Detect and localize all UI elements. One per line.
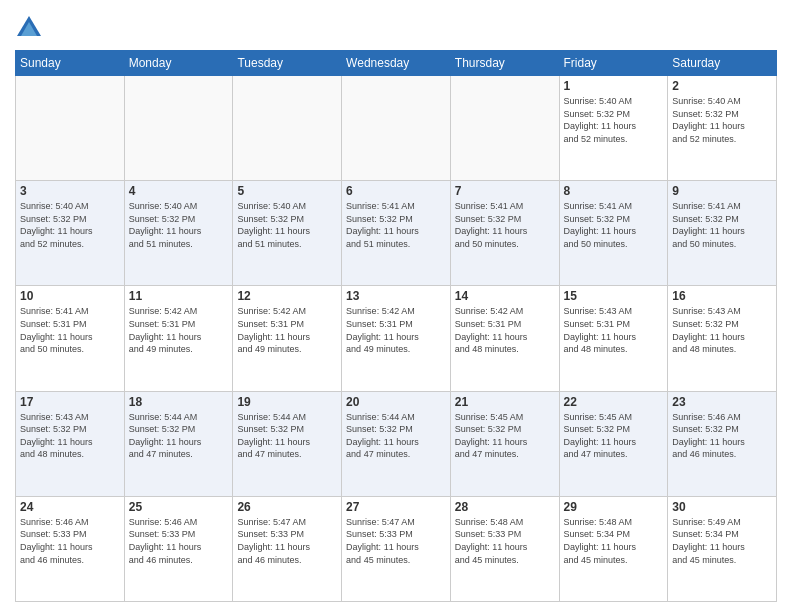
day-number: 30 [672, 500, 772, 514]
day-info: Sunrise: 5:41 AM Sunset: 5:32 PM Dayligh… [564, 200, 664, 250]
day-info: Sunrise: 5:48 AM Sunset: 5:34 PM Dayligh… [564, 516, 664, 566]
day-info: Sunrise: 5:45 AM Sunset: 5:32 PM Dayligh… [455, 411, 555, 461]
day-info: Sunrise: 5:41 AM Sunset: 5:32 PM Dayligh… [672, 200, 772, 250]
day-info: Sunrise: 5:41 AM Sunset: 5:32 PM Dayligh… [346, 200, 446, 250]
day-header-saturday: Saturday [668, 51, 777, 76]
calendar-week-3: 10Sunrise: 5:41 AM Sunset: 5:31 PM Dayli… [16, 286, 777, 391]
day-info: Sunrise: 5:48 AM Sunset: 5:33 PM Dayligh… [455, 516, 555, 566]
day-number: 16 [672, 289, 772, 303]
calendar-cell: 28Sunrise: 5:48 AM Sunset: 5:33 PM Dayli… [450, 496, 559, 601]
day-info: Sunrise: 5:40 AM Sunset: 5:32 PM Dayligh… [129, 200, 229, 250]
day-header-friday: Friday [559, 51, 668, 76]
day-number: 19 [237, 395, 337, 409]
calendar-cell: 2Sunrise: 5:40 AM Sunset: 5:32 PM Daylig… [668, 76, 777, 181]
day-info: Sunrise: 5:46 AM Sunset: 5:32 PM Dayligh… [672, 411, 772, 461]
day-info: Sunrise: 5:40 AM Sunset: 5:32 PM Dayligh… [672, 95, 772, 145]
day-number: 11 [129, 289, 229, 303]
day-info: Sunrise: 5:45 AM Sunset: 5:32 PM Dayligh… [564, 411, 664, 461]
day-number: 8 [564, 184, 664, 198]
day-number: 18 [129, 395, 229, 409]
calendar-cell: 26Sunrise: 5:47 AM Sunset: 5:33 PM Dayli… [233, 496, 342, 601]
page: SundayMondayTuesdayWednesdayThursdayFrid… [0, 0, 792, 612]
calendar-cell: 29Sunrise: 5:48 AM Sunset: 5:34 PM Dayli… [559, 496, 668, 601]
calendar-cell: 17Sunrise: 5:43 AM Sunset: 5:32 PM Dayli… [16, 391, 125, 496]
day-number: 20 [346, 395, 446, 409]
calendar-cell: 9Sunrise: 5:41 AM Sunset: 5:32 PM Daylig… [668, 181, 777, 286]
day-number: 5 [237, 184, 337, 198]
calendar-cell: 15Sunrise: 5:43 AM Sunset: 5:31 PM Dayli… [559, 286, 668, 391]
calendar-cell: 22Sunrise: 5:45 AM Sunset: 5:32 PM Dayli… [559, 391, 668, 496]
day-number: 1 [564, 79, 664, 93]
calendar-cell: 5Sunrise: 5:40 AM Sunset: 5:32 PM Daylig… [233, 181, 342, 286]
day-info: Sunrise: 5:43 AM Sunset: 5:31 PM Dayligh… [564, 305, 664, 355]
calendar-cell: 13Sunrise: 5:42 AM Sunset: 5:31 PM Dayli… [342, 286, 451, 391]
day-info: Sunrise: 5:47 AM Sunset: 5:33 PM Dayligh… [346, 516, 446, 566]
day-info: Sunrise: 5:44 AM Sunset: 5:32 PM Dayligh… [129, 411, 229, 461]
day-number: 25 [129, 500, 229, 514]
day-number: 29 [564, 500, 664, 514]
day-header-thursday: Thursday [450, 51, 559, 76]
calendar-cell: 18Sunrise: 5:44 AM Sunset: 5:32 PM Dayli… [124, 391, 233, 496]
day-header-monday: Monday [124, 51, 233, 76]
calendar-cell: 4Sunrise: 5:40 AM Sunset: 5:32 PM Daylig… [124, 181, 233, 286]
calendar-cell: 14Sunrise: 5:42 AM Sunset: 5:31 PM Dayli… [450, 286, 559, 391]
day-number: 23 [672, 395, 772, 409]
day-number: 22 [564, 395, 664, 409]
calendar-week-1: 1Sunrise: 5:40 AM Sunset: 5:32 PM Daylig… [16, 76, 777, 181]
day-info: Sunrise: 5:43 AM Sunset: 5:32 PM Dayligh… [20, 411, 120, 461]
day-number: 9 [672, 184, 772, 198]
calendar-cell [342, 76, 451, 181]
day-number: 3 [20, 184, 120, 198]
calendar-cell: 23Sunrise: 5:46 AM Sunset: 5:32 PM Dayli… [668, 391, 777, 496]
day-number: 28 [455, 500, 555, 514]
day-number: 13 [346, 289, 446, 303]
day-number: 26 [237, 500, 337, 514]
day-info: Sunrise: 5:44 AM Sunset: 5:32 PM Dayligh… [346, 411, 446, 461]
day-info: Sunrise: 5:40 AM Sunset: 5:32 PM Dayligh… [237, 200, 337, 250]
day-number: 4 [129, 184, 229, 198]
calendar-week-4: 17Sunrise: 5:43 AM Sunset: 5:32 PM Dayli… [16, 391, 777, 496]
calendar-cell: 30Sunrise: 5:49 AM Sunset: 5:34 PM Dayli… [668, 496, 777, 601]
day-info: Sunrise: 5:46 AM Sunset: 5:33 PM Dayligh… [129, 516, 229, 566]
day-info: Sunrise: 5:42 AM Sunset: 5:31 PM Dayligh… [346, 305, 446, 355]
calendar-cell: 3Sunrise: 5:40 AM Sunset: 5:32 PM Daylig… [16, 181, 125, 286]
day-info: Sunrise: 5:44 AM Sunset: 5:32 PM Dayligh… [237, 411, 337, 461]
day-number: 2 [672, 79, 772, 93]
calendar-cell: 19Sunrise: 5:44 AM Sunset: 5:32 PM Dayli… [233, 391, 342, 496]
calendar-cell: 7Sunrise: 5:41 AM Sunset: 5:32 PM Daylig… [450, 181, 559, 286]
day-info: Sunrise: 5:49 AM Sunset: 5:34 PM Dayligh… [672, 516, 772, 566]
logo-icon [15, 14, 43, 42]
day-info: Sunrise: 5:42 AM Sunset: 5:31 PM Dayligh… [455, 305, 555, 355]
day-number: 27 [346, 500, 446, 514]
calendar-cell: 27Sunrise: 5:47 AM Sunset: 5:33 PM Dayli… [342, 496, 451, 601]
day-info: Sunrise: 5:42 AM Sunset: 5:31 PM Dayligh… [129, 305, 229, 355]
calendar-week-2: 3Sunrise: 5:40 AM Sunset: 5:32 PM Daylig… [16, 181, 777, 286]
header [15, 10, 777, 42]
calendar-cell [450, 76, 559, 181]
day-number: 17 [20, 395, 120, 409]
day-info: Sunrise: 5:40 AM Sunset: 5:32 PM Dayligh… [20, 200, 120, 250]
calendar-cell: 10Sunrise: 5:41 AM Sunset: 5:31 PM Dayli… [16, 286, 125, 391]
calendar-cell: 21Sunrise: 5:45 AM Sunset: 5:32 PM Dayli… [450, 391, 559, 496]
calendar-cell: 25Sunrise: 5:46 AM Sunset: 5:33 PM Dayli… [124, 496, 233, 601]
day-number: 6 [346, 184, 446, 198]
calendar-cell: 20Sunrise: 5:44 AM Sunset: 5:32 PM Dayli… [342, 391, 451, 496]
calendar-cell [233, 76, 342, 181]
calendar-cell [124, 76, 233, 181]
day-number: 7 [455, 184, 555, 198]
day-number: 14 [455, 289, 555, 303]
day-info: Sunrise: 5:42 AM Sunset: 5:31 PM Dayligh… [237, 305, 337, 355]
day-header-tuesday: Tuesday [233, 51, 342, 76]
day-header-sunday: Sunday [16, 51, 125, 76]
day-number: 21 [455, 395, 555, 409]
day-info: Sunrise: 5:43 AM Sunset: 5:32 PM Dayligh… [672, 305, 772, 355]
day-header-wednesday: Wednesday [342, 51, 451, 76]
calendar-cell [16, 76, 125, 181]
calendar-header-row: SundayMondayTuesdayWednesdayThursdayFrid… [16, 51, 777, 76]
day-number: 15 [564, 289, 664, 303]
logo [15, 14, 47, 42]
calendar-cell: 11Sunrise: 5:42 AM Sunset: 5:31 PM Dayli… [124, 286, 233, 391]
calendar-cell: 12Sunrise: 5:42 AM Sunset: 5:31 PM Dayli… [233, 286, 342, 391]
day-info: Sunrise: 5:40 AM Sunset: 5:32 PM Dayligh… [564, 95, 664, 145]
calendar-cell: 1Sunrise: 5:40 AM Sunset: 5:32 PM Daylig… [559, 76, 668, 181]
